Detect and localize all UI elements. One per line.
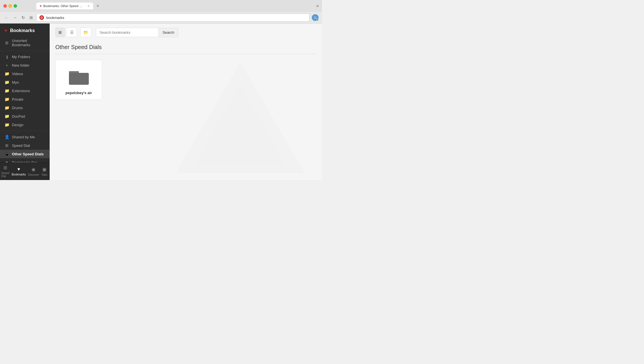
tab-favicon: ♥ [40,4,42,8]
sidebar-item-label: Bookmarks Bar [12,160,37,163]
sidebar-item-label: Extensions [12,89,30,93]
sidebar-item-label: Myo [12,80,19,84]
svg-rect-3 [69,73,89,85]
content-toolbar: ⊞ ☰ 📁 Search [50,24,322,41]
address-input[interactable] [46,16,306,20]
bookmarks-nav-icon: ♥ [17,167,20,172]
section-divider [55,54,316,54]
bottom-nav: ⊞ Speed Dial ♥ Bookmarks ◉ Discover ▣ Ta… [0,162,50,180]
minimize-button[interactable] [9,4,12,8]
sidebar-item-label: Design [12,123,23,127]
mobile-icon: 📱 [5,152,9,156]
sidebar-item-extensions[interactable]: 📁 Extensions [0,86,50,95]
bottom-nav-label: Discover [28,173,39,176]
folder-card[interactable]: pepelsbey's air [55,60,102,100]
folder-icon: 📁 [5,122,9,127]
grid-icon: ⊞ [5,41,9,45]
bottom-nav-label: Bookmarks [12,173,26,176]
sidebar-item-unsorted-bookmarks[interactable]: ⊞ Unsorted Bookmarks [0,37,50,49]
tab-close-icon[interactable]: ✕ [87,5,90,8]
sidebar-item-label: My Folders [12,55,30,59]
content-body: Other Speed Dials pepelsbey's air [50,41,322,180]
heart-small-icon: ♥ [5,160,9,162]
forward-button[interactable]: → [12,14,18,21]
tab-title: Bookmarks: Other Speed Dials [43,4,85,8]
folder-icon: 📁 [5,114,9,118]
browser-menu-icon[interactable]: ≡ [316,4,319,8]
opera-logo: O [39,15,44,20]
sidebar-item-label: New folder [12,63,30,67]
sidebar-item-label: Unsorted Bookmarks [12,39,45,47]
bottom-nav-bookmarks[interactable]: ♥ Bookmarks [10,163,27,180]
tab-bar: ♥ Bookmarks: Other Speed Dials ✕ + [19,2,104,10]
grid-view-button[interactable]: ⊞ [55,27,65,37]
address-bar: ← → ↻ ⊞ O U [0,12,322,23]
bottom-nav-discover[interactable]: ◉ Discover [27,163,40,180]
close-button[interactable] [3,4,7,8]
browser-chrome: ♥ Bookmarks: Other Speed Dials ✕ + ≡ ← →… [0,0,322,24]
folder-icon-wrap [66,65,92,87]
sidebar-item-design[interactable]: 📁 Design [0,120,50,129]
plus-icon: + [5,63,9,67]
sidebar-item-bookmarks-bar[interactable]: ♥ Bookmarks Bar [0,158,50,162]
title-bar: ♥ Bookmarks: Other Speed Dials ✕ + ≡ [0,0,322,12]
address-bar-input-wrap: O [36,14,310,22]
bottom-nav-label: Speed Dial [1,172,9,178]
bookmarks-heart-icon: ♥ [5,28,7,33]
search-button[interactable]: Search [158,28,178,37]
sidebar-item-label: Videos [12,72,23,76]
sidebar-title: Bookmarks [10,28,35,33]
sidebar-item-label: Other Speed Dials [12,152,44,156]
list-view-button[interactable]: ☰ [67,27,77,37]
folder-icon: 📁 [5,88,9,93]
folder-svg-icon [68,66,90,86]
folder-icon: 📁 [5,80,9,84]
search-input[interactable] [96,28,158,37]
sidebar-item-label: Private [12,97,23,101]
folder-name: pepelsbey's air [66,91,92,95]
folder-icon: 📁 [5,71,9,76]
discover-nav-icon: ◉ [31,167,35,172]
user-avatar[interactable]: U [312,14,319,21]
folder-icon: 📁 [5,105,9,110]
section-title: Other Speed Dials [55,41,316,54]
sidebar-header: ♥ Bookmarks [0,24,50,37]
sidebar-item-myo[interactable]: 📁 Myo [0,78,50,86]
active-tab[interactable]: ♥ Bookmarks: Other Speed Dials ✕ [36,3,93,9]
bottom-nav-label: Tabs [41,173,47,176]
sidebar-item-label: DocPad [12,114,25,118]
traffic-lights [3,4,17,8]
main-layout: ♥ Bookmarks ⊞ Unsorted Bookmarks ||| My … [0,24,322,180]
new-tab-button[interactable]: + [94,2,101,10]
tabs-nav-icon: ▣ [42,167,47,172]
speeddial-nav-icon: ⊞ [3,165,7,170]
sidebar-item-label: Drums [12,106,23,110]
sidebar-item-private[interactable]: 📁 Private [0,95,50,103]
bottom-nav-tabs[interactable]: ▣ Tabs [40,163,49,180]
sidebar: ♥ Bookmarks ⊞ Unsorted Bookmarks ||| My … [0,24,50,180]
sidebar-divider-2 [0,131,50,131]
maximize-button[interactable] [14,4,17,8]
refresh-button[interactable]: ↻ [20,14,26,21]
sidebar-divider-1 [0,51,50,51]
folder-icon: 📁 [5,97,9,101]
tab-grid-button[interactable]: ⊞ [28,14,34,21]
sidebar-item-shared-by-me[interactable]: 👤 Shared by Me [0,133,50,141]
library-icon: ||| [5,55,9,59]
share-icon: 👤 [5,135,9,139]
sidebar-item-my-folders[interactable]: ||| My Folders [0,53,50,61]
sidebar-item-speed-dial[interactable]: ⊞ Speed Dial [0,141,50,150]
sidebar-item-label: Speed Dial [12,143,30,148]
avatar-badge [316,19,319,21]
sidebar-scrollable[interactable]: ⊞ Unsorted Bookmarks ||| My Folders + Ne… [0,37,50,162]
back-button[interactable]: ← [3,14,10,21]
bottom-nav-speed-dial[interactable]: ⊞ Speed Dial [0,163,10,180]
new-folder-button[interactable]: 📁 [80,27,91,37]
sidebar-item-docpad[interactable]: 📁 DocPad [0,112,50,120]
folder-grid: pepelsbey's air [55,60,316,100]
sidebar-item-label: Shared by Me [12,135,35,139]
sidebar-item-drums[interactable]: 📁 Drums [0,103,50,112]
sidebar-item-other-speed-dials[interactable]: 📱 Other Speed Dials [0,150,50,158]
sidebar-item-videos[interactable]: 📁 Videos [0,69,50,78]
sidebar-item-new-folder[interactable]: + New folder [0,61,50,69]
